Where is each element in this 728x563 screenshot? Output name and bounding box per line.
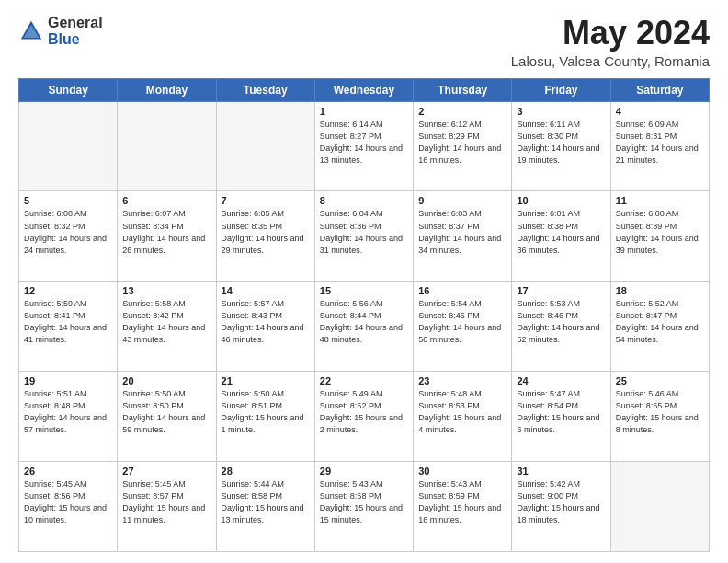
day-number: 12 (24, 285, 112, 296)
day-info: Sunrise: 5:52 AM Sunset: 8:47 PM Dayligh… (616, 298, 704, 346)
day-info: Sunrise: 6:05 AM Sunset: 8:35 PM Dayligh… (222, 208, 310, 256)
day-info: Sunrise: 5:45 AM Sunset: 8:56 PM Dayligh… (24, 478, 112, 526)
table-row: 20Sunrise: 5:50 AM Sunset: 8:50 PM Dayli… (118, 372, 216, 462)
table-row (118, 101, 216, 191)
page: General Blue May 2024 Lalosu, Valcea Cou… (0, 0, 728, 563)
table-row: 14Sunrise: 5:57 AM Sunset: 8:43 PM Dayli… (216, 282, 314, 372)
day-info: Sunrise: 5:42 AM Sunset: 9:00 PM Dayligh… (517, 478, 605, 526)
table-row: 22Sunrise: 5:49 AM Sunset: 8:52 PM Dayli… (314, 372, 413, 462)
logo-general-text: General (48, 15, 103, 31)
day-info: Sunrise: 5:46 AM Sunset: 8:55 PM Dayligh… (616, 388, 704, 436)
day-number: 9 (418, 195, 506, 206)
day-number: 17 (517, 285, 605, 296)
calendar-table: Sunday Monday Tuesday Wednesday Thursday… (18, 78, 710, 552)
table-row: 28Sunrise: 5:44 AM Sunset: 8:58 PM Dayli… (216, 462, 314, 552)
header: General Blue May 2024 Lalosu, Valcea Cou… (18, 15, 710, 69)
col-thursday: Thursday (414, 78, 512, 101)
day-info: Sunrise: 5:53 AM Sunset: 8:46 PM Dayligh… (517, 298, 605, 346)
table-row (610, 462, 709, 552)
table-row: 15Sunrise: 5:56 AM Sunset: 8:44 PM Dayli… (314, 282, 413, 372)
day-info: Sunrise: 5:47 AM Sunset: 8:54 PM Dayligh… (517, 388, 605, 436)
day-info: Sunrise: 5:51 AM Sunset: 8:48 PM Dayligh… (24, 388, 112, 436)
table-row: 30Sunrise: 5:43 AM Sunset: 8:59 PM Dayli… (414, 462, 512, 552)
day-number: 1 (320, 106, 408, 117)
table-row: 31Sunrise: 5:42 AM Sunset: 9:00 PM Dayli… (512, 462, 610, 552)
calendar-week-1: 1Sunrise: 6:14 AM Sunset: 8:27 PM Daylig… (19, 101, 710, 191)
day-info: Sunrise: 6:04 AM Sunset: 8:36 PM Dayligh… (320, 208, 408, 256)
calendar-week-5: 26Sunrise: 5:45 AM Sunset: 8:56 PM Dayli… (19, 462, 710, 552)
calendar-header-row: Sunday Monday Tuesday Wednesday Thursday… (19, 78, 710, 101)
day-number: 29 (320, 465, 408, 477)
day-info: Sunrise: 6:00 AM Sunset: 8:39 PM Dayligh… (616, 208, 704, 256)
day-number: 25 (616, 375, 704, 386)
table-row (19, 101, 118, 191)
day-info: Sunrise: 5:44 AM Sunset: 8:58 PM Dayligh… (222, 478, 310, 526)
day-info: Sunrise: 5:50 AM Sunset: 8:51 PM Dayligh… (222, 388, 310, 436)
table-row: 6Sunrise: 6:07 AM Sunset: 8:34 PM Daylig… (118, 191, 216, 282)
day-number: 4 (616, 106, 704, 117)
table-row: 21Sunrise: 5:50 AM Sunset: 8:51 PM Dayli… (216, 372, 314, 462)
table-row: 7Sunrise: 6:05 AM Sunset: 8:35 PM Daylig… (216, 191, 314, 282)
day-number: 8 (320, 195, 408, 206)
day-number: 2 (418, 106, 506, 117)
table-row (216, 101, 314, 191)
day-number: 10 (517, 195, 605, 206)
day-info: Sunrise: 5:56 AM Sunset: 8:44 PM Dayligh… (320, 298, 408, 346)
day-number: 11 (616, 195, 704, 206)
day-number: 27 (122, 465, 210, 477)
calendar-week-3: 12Sunrise: 5:59 AM Sunset: 8:41 PM Dayli… (19, 282, 710, 372)
day-number: 22 (320, 375, 408, 386)
day-info: Sunrise: 6:14 AM Sunset: 8:27 PM Dayligh… (320, 119, 408, 167)
table-row: 16Sunrise: 5:54 AM Sunset: 8:45 PM Dayli… (414, 282, 512, 372)
day-info: Sunrise: 5:58 AM Sunset: 8:42 PM Dayligh… (122, 298, 210, 346)
day-info: Sunrise: 5:54 AM Sunset: 8:45 PM Dayligh… (418, 298, 506, 346)
logo-icon (18, 18, 44, 44)
day-number: 14 (222, 285, 310, 296)
table-row: 13Sunrise: 5:58 AM Sunset: 8:42 PM Dayli… (118, 282, 216, 372)
day-info: Sunrise: 6:09 AM Sunset: 8:31 PM Dayligh… (616, 119, 704, 167)
table-row: 23Sunrise: 5:48 AM Sunset: 8:53 PM Dayli… (414, 372, 512, 462)
logo: General Blue (18, 15, 103, 47)
day-number: 28 (222, 465, 310, 477)
day-number: 31 (517, 465, 605, 477)
day-info: Sunrise: 6:12 AM Sunset: 8:29 PM Dayligh… (418, 119, 506, 167)
logo-text: General Blue (48, 15, 103, 47)
main-title: May 2024 (511, 15, 710, 52)
day-info: Sunrise: 5:50 AM Sunset: 8:50 PM Dayligh… (122, 388, 210, 436)
day-info: Sunrise: 5:43 AM Sunset: 8:58 PM Dayligh… (320, 478, 408, 526)
col-sunday: Sunday (19, 78, 118, 101)
day-info: Sunrise: 6:07 AM Sunset: 8:34 PM Dayligh… (122, 208, 210, 256)
day-info: Sunrise: 5:57 AM Sunset: 8:43 PM Dayligh… (222, 298, 310, 346)
calendar-week-2: 5Sunrise: 6:08 AM Sunset: 8:32 PM Daylig… (19, 191, 710, 282)
day-number: 21 (222, 375, 310, 386)
day-info: Sunrise: 6:08 AM Sunset: 8:32 PM Dayligh… (24, 208, 112, 256)
subtitle: Lalosu, Valcea County, Romania (511, 53, 710, 69)
table-row: 5Sunrise: 6:08 AM Sunset: 8:32 PM Daylig… (19, 191, 118, 282)
col-monday: Monday (118, 78, 216, 101)
day-number: 5 (24, 195, 112, 206)
day-info: Sunrise: 6:03 AM Sunset: 8:37 PM Dayligh… (418, 208, 506, 256)
day-number: 16 (418, 285, 506, 296)
col-saturday: Saturday (610, 78, 709, 101)
table-row: 19Sunrise: 5:51 AM Sunset: 8:48 PM Dayli… (19, 372, 118, 462)
col-tuesday: Tuesday (216, 78, 314, 101)
day-number: 7 (222, 195, 310, 206)
day-number: 13 (122, 285, 210, 296)
table-row: 8Sunrise: 6:04 AM Sunset: 8:36 PM Daylig… (314, 191, 413, 282)
table-row: 17Sunrise: 5:53 AM Sunset: 8:46 PM Dayli… (512, 282, 610, 372)
day-number: 30 (418, 465, 506, 477)
day-info: Sunrise: 5:49 AM Sunset: 8:52 PM Dayligh… (320, 388, 408, 436)
day-number: 15 (320, 285, 408, 296)
day-number: 24 (517, 375, 605, 386)
day-info: Sunrise: 5:43 AM Sunset: 8:59 PM Dayligh… (418, 478, 506, 526)
col-friday: Friday (512, 78, 610, 101)
day-info: Sunrise: 6:01 AM Sunset: 8:38 PM Dayligh… (517, 208, 605, 256)
day-info: Sunrise: 6:11 AM Sunset: 8:30 PM Dayligh… (517, 119, 605, 167)
table-row: 27Sunrise: 5:45 AM Sunset: 8:57 PM Dayli… (118, 462, 216, 552)
table-row: 26Sunrise: 5:45 AM Sunset: 8:56 PM Dayli… (19, 462, 118, 552)
day-number: 23 (418, 375, 506, 386)
table-row: 4Sunrise: 6:09 AM Sunset: 8:31 PM Daylig… (610, 101, 709, 191)
day-number: 18 (616, 285, 704, 296)
day-number: 20 (122, 375, 210, 386)
logo-blue-text: Blue (48, 31, 103, 48)
